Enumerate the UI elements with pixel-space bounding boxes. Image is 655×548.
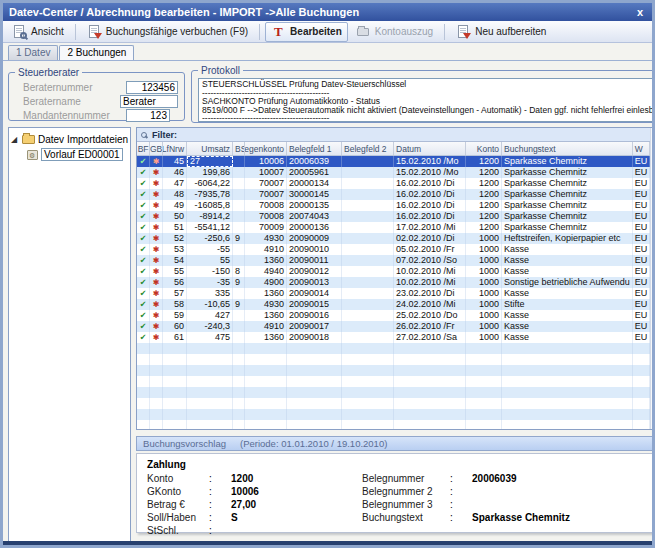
cell-text: Kasse [502, 310, 633, 321]
ansicht-button[interactable]: Ansicht [6, 22, 70, 42]
tree-expander-icon[interactable]: ◢ [11, 135, 19, 144]
tree-item-vorlauf[interactable]: Vorlauf ED00001 [27, 147, 128, 162]
table-row[interactable]: ✔✱5942713602009001625.02.2010 /Do1000Kas… [137, 310, 650, 321]
cell-konto: 1000 [466, 332, 502, 343]
beraternummer-field[interactable]: 123456 [126, 81, 178, 94]
cell-bf: ✔ [137, 255, 150, 266]
header-bf[interactable]: BF [137, 142, 150, 155]
header-buchungstext[interactable]: Buchungstext [502, 142, 633, 155]
cell-gb: ✱ [150, 200, 163, 211]
table-row[interactable]: ✔✱56-35949002009001310.02.2010 /Mi1000So… [137, 277, 650, 288]
table-row[interactable]: ✔✱60-240,349102009001726.02.2010 /Fr1000… [137, 321, 650, 332]
table-row[interactable]: ✔✱48-7935,78700073000014516.02.2010 /Di1… [137, 189, 650, 200]
cell-umsatz: -35 [187, 277, 233, 288]
header-umsatz[interactable]: Umsatz [187, 142, 233, 155]
cell-b1 [287, 354, 342, 365]
mandantennummer-field[interactable]: 123 [126, 109, 170, 122]
cell-umsatz [187, 376, 233, 387]
cell-gk: 70007 [245, 178, 287, 189]
cell-lfnr: 54 [163, 255, 187, 266]
header-datum[interactable]: Datum [394, 142, 466, 155]
cell-konto: 1000 [466, 299, 502, 310]
refresh-document-icon [456, 25, 471, 39]
check-icon: ✔ [140, 267, 147, 277]
table-row[interactable]: ✔✱50-8914,2700082007404316.02.2010 /Di12… [137, 211, 650, 222]
table-row[interactable]: ✔✱6147513602009001827.02.2010 /Sa1000Kas… [137, 332, 650, 343]
cell-b2 [342, 277, 394, 288]
cell-w [633, 387, 650, 398]
vorschlag-title: Buchungsvorschlag [143, 438, 226, 449]
cell-datum: 17.02.2010 /Mi [394, 222, 466, 233]
header-lfnr[interactable]: LfNrw [163, 142, 187, 155]
empty-row [137, 376, 650, 387]
field-value: 10006 [231, 486, 259, 497]
cell-gb: ✱ [150, 211, 163, 222]
table-row[interactable]: ✔✱52-250,6949302009000902.02.2010 /Di100… [137, 233, 650, 244]
cell-b2 [342, 420, 394, 429]
table-row[interactable]: ✔✱55-150849402009001210.02.2010 /Mi1000K… [137, 266, 650, 277]
cell-text: Sparkasse Chemnitz [502, 189, 633, 200]
table-row[interactable]: ✔✱46199,86100072000596115.02.2010 /Mo120… [137, 167, 650, 178]
table-row[interactable]: ✔✱58-10,65949302009001524.02.2010 /Mi100… [137, 299, 650, 310]
cell-bf [137, 420, 150, 429]
cell-bs [233, 398, 245, 409]
header-bs[interactable]: BS [233, 142, 245, 155]
cell-b1 [287, 420, 342, 429]
table-row[interactable]: ✔✱4527100062000603915.02.2010 /Mo1200Spa… [137, 156, 650, 167]
tree-root-datev-importdateien[interactable]: ◢ Datev Importdateien [11, 132, 128, 147]
header-konto[interactable]: Konto [466, 142, 502, 155]
cell-umsatz: -10,65 [187, 299, 233, 310]
cell-w [633, 376, 650, 387]
right-field-row: Buchungstext:Sparkasse Chemnitz [362, 511, 570, 524]
close-button[interactable]: x [634, 6, 646, 18]
cell-lfnr: 55 [163, 266, 187, 277]
table-row[interactable]: ✔✱53-5549102009001005.02.2010 /Fr1000Kas… [137, 244, 650, 255]
cell-text: Kasse [502, 321, 633, 332]
cell-lfnr: 50 [163, 211, 187, 222]
verbuchen-button[interactable]: Buchungsfähige verbuchen (F9) [81, 22, 254, 42]
ansicht-label: Ansicht [31, 26, 64, 37]
neu-aufbereiten-button[interactable]: Neu aufbereiten [450, 22, 552, 42]
header-belegfeld2[interactable]: Belegfeld 2 [342, 142, 394, 155]
cell-gb: ✱ [150, 266, 163, 277]
cell-text: Heftstreifen, Kopierpapier etc [502, 233, 633, 244]
cell-konto: 1200 [466, 189, 502, 200]
cell-konto: 1200 [466, 178, 502, 189]
table-row[interactable]: ✔✱5733513602009001423.02.2010 /Di1000Kas… [137, 288, 650, 299]
header-gb[interactable]: GB [150, 142, 163, 155]
check-icon: ✔ [140, 179, 147, 189]
bearbeiten-button[interactable]: T Bearbeiten [265, 22, 348, 42]
tree-root-label: Datev Importdateien [38, 134, 128, 145]
cell-w [633, 354, 650, 365]
zahlung-section-label: Zahlung [147, 459, 654, 470]
cell-gk: 1360 [245, 332, 287, 343]
cell-datum: 10.02.2010 /Mi [394, 266, 466, 277]
cell-text: Sparkasse Chemnitz [502, 222, 633, 233]
cell-b2 [342, 211, 394, 222]
filter-bar[interactable]: Filter: [137, 128, 650, 142]
cell-b1: 20090016 [287, 310, 342, 321]
cell-b2 [342, 167, 394, 178]
beratername-field[interactable]: Berater [120, 95, 178, 108]
cell-bf: ✔ [137, 288, 150, 299]
table-row[interactable]: ✔✱545513602009001107.02.2010 /So1000Kass… [137, 255, 650, 266]
field-value: 27,00 [231, 499, 256, 510]
cell-konto: 1000 [466, 277, 502, 288]
tab-buchungen[interactable]: 2 Buchungen [59, 45, 134, 61]
tab-datev[interactable]: 1 Datev [8, 45, 58, 60]
cell-gk: 70009 [245, 222, 287, 233]
table-row[interactable]: ✔✱47-6064,22700072000013416.02.2010 /Di1… [137, 178, 650, 189]
check-icon: ✔ [140, 234, 147, 244]
cell-lfnr: 61 [163, 332, 187, 343]
header-belegfeld1[interactable]: Belegfeld 1 [287, 142, 342, 155]
field-colon: : [450, 499, 472, 510]
cell-lfnr: 53 [163, 244, 187, 255]
cell-b2 [342, 255, 394, 266]
cell-konto: 1000 [466, 255, 502, 266]
cell-konto [466, 376, 502, 387]
table-row[interactable]: ✔✱49-16085,8700082000013516.02.2010 /Di1… [137, 200, 650, 211]
table-row[interactable]: ✔✱51-5541,12700092000013617.02.2010 /Mi1… [137, 222, 650, 233]
header-gegenkonto[interactable]: Gegenkonto [245, 142, 287, 155]
header-waehrung[interactable]: W [633, 142, 650, 155]
field-colon: : [450, 512, 472, 523]
